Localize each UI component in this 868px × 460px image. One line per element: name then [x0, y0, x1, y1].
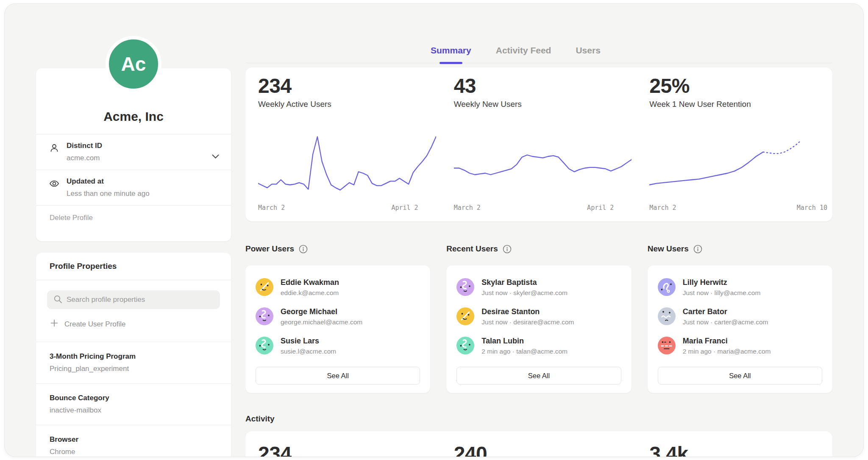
user-avatar-sleepy-face — [658, 307, 676, 325]
field-value: acme.com — [67, 154, 207, 162]
info-icon[interactable] — [503, 245, 512, 254]
user-name: Skylar Baptista — [481, 278, 568, 287]
user-subtext: susie.l@acme.com — [281, 348, 336, 355]
tab-bar: SummaryActivity FeedUsers — [245, 45, 832, 63]
profile-sidebar: Ac Acme, Inc Distinct IDacme.comUpdated … — [36, 4, 231, 457]
x-axis-tick-end: April 2 — [391, 204, 418, 212]
user-row-skylar-baptista[interactable]: Skylar BaptistaJust now · skyler@acme.co… — [456, 278, 621, 297]
user-avatar-squiggle-face — [256, 337, 273, 354]
stat-label: Weekly New Users — [454, 100, 632, 109]
plus-icon — [50, 319, 58, 329]
property-label: Bounce Category — [50, 394, 217, 402]
section-title: Power Users — [245, 244, 294, 254]
tab-activity-feed[interactable]: Activity Feed — [496, 45, 551, 63]
user-subtext: george.michael@acme.com — [281, 318, 362, 326]
user-avatar-loop-face — [658, 278, 676, 296]
activity-stat-value: 234 — [245, 431, 441, 457]
stat-label: Week 1 New User Retention — [649, 100, 827, 109]
user-subtext: Just now · skyler@acme.com — [481, 289, 568, 297]
app-window: Ac Acme, Inc Distinct IDacme.comUpdated … — [4, 3, 864, 457]
user-subtext: Just now · desirare@acme.com — [481, 318, 574, 326]
search-icon — [53, 295, 62, 305]
tab-users[interactable]: Users — [576, 45, 600, 63]
profile-field-distinct-id: Distinct IDacme.com — [36, 134, 231, 170]
x-axis-tick-start: March 2 — [258, 204, 285, 212]
x-axis-tick-end: April 2 — [587, 204, 614, 212]
property-value: inactive-mailbox — [50, 406, 217, 415]
user-list-card: Lilly HerwitzJust now · lilly@acme.comCa… — [648, 265, 832, 393]
info-icon[interactable] — [299, 245, 308, 254]
user-row-talan-lubin[interactable]: Talan Lubin2 min ago · talan@acme.com — [456, 337, 621, 355]
sparkline-weekly-active-users — [258, 123, 436, 200]
profile-properties-card: Profile Properties Create User Profile 3… — [36, 253, 231, 457]
see-all-button[interactable]: See All — [456, 367, 621, 385]
user-row-eddie-kwakman[interactable]: Eddie Kwakmaneddie.k@acme.com — [256, 278, 420, 297]
profile-card: Acme, Inc Distinct IDacme.comUpdated atL… — [36, 68, 231, 241]
stat-column-weekly-new-users: 43Weekly New UsersMarch 2April 2 — [441, 67, 637, 221]
user-name: Desirae Stanton — [481, 307, 574, 316]
user-name: Carter Bator — [683, 307, 768, 316]
property-row-3-month-pricing-program[interactable]: 3-Month Pricing ProgramPricing_plan_expe… — [36, 342, 231, 383]
active-tab-underline — [440, 62, 462, 64]
create-user-profile-button[interactable]: Create User Profile — [47, 319, 220, 329]
field-value: Less than one minute ago — [67, 190, 207, 198]
search-input[interactable] — [67, 296, 214, 304]
property-value: Pricing_plan_experiment — [50, 365, 217, 373]
main-content: SummaryActivity FeedUsers 234Weekly Acti… — [245, 4, 832, 457]
user-subtext: 2 min ago · talan@acme.com — [481, 348, 568, 355]
person-icon — [49, 142, 60, 155]
avatar: Ac — [106, 36, 161, 92]
user-row-susie-lars[interactable]: Susie Larssusie.l@acme.com — [256, 337, 420, 355]
user-name: Maria Franci — [683, 337, 771, 346]
tab-summary[interactable]: Summary — [431, 45, 471, 63]
user-row-lilly-herwitz[interactable]: Lilly HerwitzJust now · lilly@acme.com — [658, 278, 822, 297]
see-all-button[interactable]: See All — [256, 367, 420, 385]
section-title: New Users — [648, 244, 689, 254]
user-list-card: Eddie Kwakmaneddie.k@acme.comGeorge Mich… — [245, 265, 430, 393]
stat-column-week-1-new-user-retention: 25%Week 1 New User RetentionMarch 2March… — [637, 67, 832, 221]
user-name: Lilly Herwitz — [683, 278, 761, 287]
user-subtext: Just now · lilly@acme.com — [683, 289, 761, 297]
stat-value: 25% — [649, 74, 827, 98]
user-name: Eddie Kwakman — [281, 278, 339, 287]
sparkline-week-1-new-user-retention — [649, 123, 827, 200]
activity-stat-value: 3.4k — [637, 431, 832, 457]
field-label: Distinct ID — [67, 142, 207, 150]
user-avatar-squiggle-face — [456, 278, 474, 296]
x-axis-tick-end: March 10 — [797, 204, 827, 212]
x-axis-tick-start: March 2 — [454, 204, 481, 212]
stat-column-weekly-active-users: 234Weekly Active UsersMarch 2April 2 — [245, 67, 441, 221]
user-row-carter-bator[interactable]: Carter BatorJust now · carter@acme.com — [658, 307, 822, 326]
summary-stats-card: 234Weekly Active UsersMarch 2April 243We… — [245, 67, 832, 221]
user-avatar-wink-face — [256, 278, 273, 296]
search-box — [47, 290, 220, 309]
info-icon[interactable] — [693, 245, 702, 254]
user-row-maria-franci[interactable]: Maria Franci2 min ago · maria@acme.com — [658, 337, 822, 355]
user-row-desirae-stanton[interactable]: Desirae StantonJust now · desirare@acme.… — [456, 307, 621, 326]
user-avatar-wink-face — [456, 307, 474, 325]
user-avatar-flat-face — [658, 337, 676, 354]
user-subtext: Just now · carter@acme.com — [683, 318, 768, 326]
user-avatar-squiggle-face — [256, 307, 273, 325]
section-new-users: New UsersLilly HerwitzJust now · lilly@a… — [648, 243, 832, 393]
user-subtext: eddie.k@acme.com — [281, 289, 339, 297]
user-name: George Michael — [281, 307, 362, 316]
user-avatar-squiggle-face — [456, 337, 474, 354]
property-row-browser[interactable]: BrowserChrome — [36, 425, 231, 457]
property-row-bounce-category[interactable]: Bounce Categoryinactive-mailbox — [36, 383, 231, 425]
activity-section-title: Activity — [245, 414, 832, 424]
eye-icon — [49, 178, 60, 191]
page-title: Acme, Inc — [103, 109, 164, 124]
section-title: Recent Users — [446, 244, 498, 254]
stat-value: 43 — [454, 74, 632, 98]
profile-properties-title: Profile Properties — [36, 253, 231, 280]
property-label: Browser — [50, 435, 217, 444]
chevron-down-icon[interactable] — [212, 153, 219, 161]
activity-stat-value: 240 — [441, 431, 637, 457]
x-axis-tick-start: March 2 — [649, 204, 676, 212]
user-row-george-michael[interactable]: George Michaelgeorge.michael@acme.com — [256, 307, 420, 326]
section-power-users: Power UsersEddie Kwakmaneddie.k@acme.com… — [245, 243, 430, 393]
delete-profile-button[interactable]: Delete Profile — [36, 205, 231, 230]
see-all-button[interactable]: See All — [658, 367, 822, 385]
sparkline-weekly-new-users — [454, 123, 632, 200]
